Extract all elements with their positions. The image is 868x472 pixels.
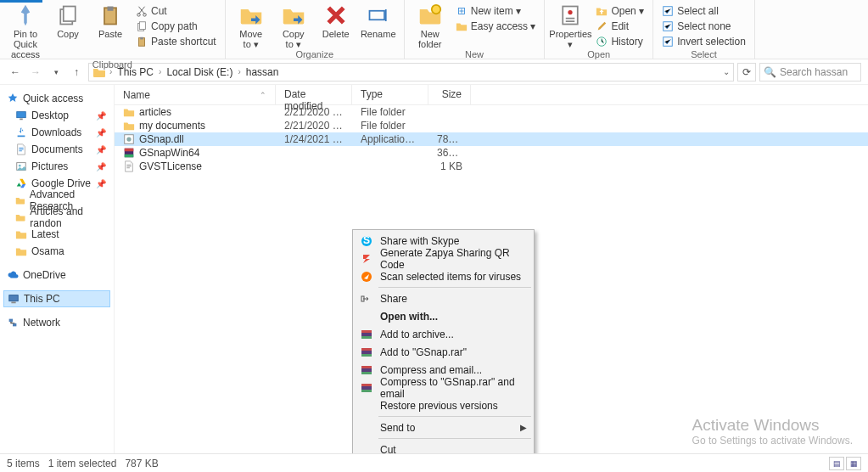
folder-icon <box>15 245 27 257</box>
col-date[interactable]: Date modified <box>276 85 352 104</box>
gdrive-icon <box>15 177 27 189</box>
tree-item-documents[interactable]: Documents📌 <box>3 141 110 158</box>
context-open-with[interactable]: Open with... <box>355 307 532 325</box>
forward-button[interactable]: → <box>27 64 44 81</box>
pc-icon <box>8 293 20 305</box>
rename-button[interactable]: Rename <box>358 2 399 39</box>
context-separator <box>378 438 531 439</box>
chevron-right-icon: ▶ <box>520 423 527 432</box>
context-add-to-gsnap-rar[interactable]: Add to "GSnap.rar" <box>355 343 532 361</box>
watermark-subtitle: Go to Settings to activate Windows. <box>692 435 853 447</box>
select-none-button[interactable]: Select none <box>658 19 749 34</box>
tree-item-osama[interactable]: Osama <box>3 243 110 260</box>
col-type[interactable]: Type <box>352 85 428 104</box>
tree-network[interactable]: Network <box>3 314 110 331</box>
move-to-button[interactable]: Moveto ▾ <box>231 2 272 49</box>
cut-button[interactable]: Cut <box>132 3 220 19</box>
pin-icon: 📌 <box>95 128 107 138</box>
breadcrumb[interactable]: Local Disk (E:) <box>165 66 234 78</box>
share-icon <box>360 292 373 306</box>
status-selected: 1 item selected <box>48 458 117 469</box>
folder-icon <box>15 194 25 206</box>
breadcrumb[interactable]: hassan <box>244 66 281 78</box>
folder-icon <box>123 106 135 118</box>
file-row[interactable]: GSnap.dll1/24/2021 8:08 PMApplication ex… <box>115 132 868 146</box>
copy-button[interactable]: Copy <box>48 2 88 39</box>
edit-button[interactable]: Edit <box>592 19 647 34</box>
recent-dropdown[interactable]: ▾ <box>48 64 64 81</box>
delete-button[interactable]: Delete <box>316 2 356 39</box>
status-items: 5 items <box>7 458 40 469</box>
copy-to-button[interactable]: Copyto ▾ <box>273 2 314 49</box>
invert-selection-button[interactable]: Invert selection <box>658 34 749 49</box>
col-name[interactable]: Name⌃ <box>115 85 276 104</box>
desktop-icon <box>15 110 27 121</box>
documents-icon <box>15 143 27 155</box>
context-compress-to-gsnap-rar-and-email[interactable]: Compress to "GSnap.rar" and email <box>355 379 532 396</box>
winrar-icon <box>360 328 373 341</box>
activation-watermark: Activate Windows Go to Settings to activ… <box>692 416 853 447</box>
folder-icon <box>123 120 135 132</box>
file-row[interactable]: my documents2/21/2020 3:16 PMFile folder <box>115 119 868 132</box>
tree-item-articles-and-randon[interactable]: Articles and randon <box>3 209 110 226</box>
pin-to-quick-access-button[interactable]: Pin to Quickaccess <box>5 2 46 59</box>
file-list: Name⌃ Date modified Type Size articles2/… <box>115 85 868 453</box>
search-icon: 🔍 <box>764 66 776 78</box>
view-details-button[interactable]: ▤ <box>829 457 844 470</box>
history-button[interactable]: History <box>592 34 647 49</box>
ribbon-group-label: Clipboard <box>92 59 132 71</box>
ribbon: Pin to Quickaccess Copy Paste Cut Copy p… <box>0 0 868 59</box>
new-folder-button[interactable]: Newfolder <box>410 2 451 49</box>
status-size: 787 KB <box>125 458 158 469</box>
context-generate-zapya-sharing-qr-code[interactable]: Generate Zapya Sharing QR Code <box>355 250 532 267</box>
nav-tree: Quick access Desktop📌Downloads📌Documents… <box>0 85 115 453</box>
properties-button[interactable]: Properties▾ <box>550 2 591 49</box>
folder-icon <box>15 228 27 240</box>
ribbon-group-clipboard: Pin to Quickaccess Copy Paste Cut Copy p… <box>0 0 226 59</box>
pin-icon: 📌 <box>95 145 107 155</box>
context-add-to-archive[interactable]: Add to archive... <box>355 325 532 343</box>
file-row[interactable]: GSnapWin64364 KB <box>115 146 868 160</box>
pin-icon: 📌 <box>95 111 107 121</box>
tree-item-pictures[interactable]: Pictures📌 <box>3 158 110 175</box>
winrar-icon <box>360 381 373 395</box>
downloads-icon <box>15 126 27 138</box>
cloud-icon <box>7 269 19 281</box>
winrar-icon <box>360 346 373 359</box>
col-size[interactable]: Size <box>428 85 471 104</box>
select-all-button[interactable]: Select all <box>658 3 749 19</box>
winrar-icon <box>360 363 373 377</box>
file-row[interactable]: GVSTLicense1 KB <box>115 160 868 173</box>
file-row[interactable]: articles2/21/2020 3:16 PMFile folder <box>115 105 868 119</box>
search-input[interactable]: 🔍 Search hassan <box>759 63 861 81</box>
paste-button[interactable]: Paste <box>90 2 131 39</box>
address-dropdown[interactable]: ⌄ <box>723 67 730 76</box>
column-headers: Name⌃ Date modified Type Size <box>115 85 868 105</box>
tree-item-downloads[interactable]: Downloads📌 <box>3 124 110 141</box>
new-item-button[interactable]: New item ▾ <box>452 3 540 19</box>
tree-onedrive[interactable]: OneDrive <box>3 267 110 284</box>
tree-quick-access[interactable]: Quick access <box>3 90 110 107</box>
back-button[interactable]: ← <box>7 64 24 81</box>
tree-item-desktop[interactable]: Desktop📌 <box>3 107 110 124</box>
context-scan-selected-items-for-viruses[interactable]: Scan selected items for viruses <box>355 267 532 285</box>
folder-icon <box>15 211 25 223</box>
status-bar: 5 items 1 item selected 787 KB ▤ ▦ <box>0 453 868 472</box>
copy-path-button[interactable]: Copy path <box>132 19 220 34</box>
refresh-button[interactable]: ⟳ <box>737 63 756 81</box>
easy-access-button[interactable]: Easy access ▾ <box>452 19 540 34</box>
open-button[interactable]: Open ▾ <box>592 3 647 19</box>
tree-this-pc[interactable]: This PC <box>3 290 110 307</box>
up-button[interactable]: ↑ <box>68 64 85 81</box>
ribbon-group-label: New <box>465 49 484 61</box>
ribbon-group-label: Organize <box>295 49 333 61</box>
view-large-button[interactable]: ▦ <box>846 457 861 470</box>
context-share[interactable]: Share <box>355 289 532 307</box>
ribbon-group-label: Select <box>691 49 717 61</box>
zapya-icon <box>360 252 373 266</box>
context-send-to[interactable]: Send to▶ <box>355 419 532 436</box>
paste-shortcut-button[interactable]: Paste shortcut <box>132 34 220 49</box>
address-bar[interactable]: › This PC › Local Disk (E:) › hassan ⌄ <box>88 63 734 81</box>
dll-icon <box>123 133 135 145</box>
network-icon <box>7 317 19 329</box>
